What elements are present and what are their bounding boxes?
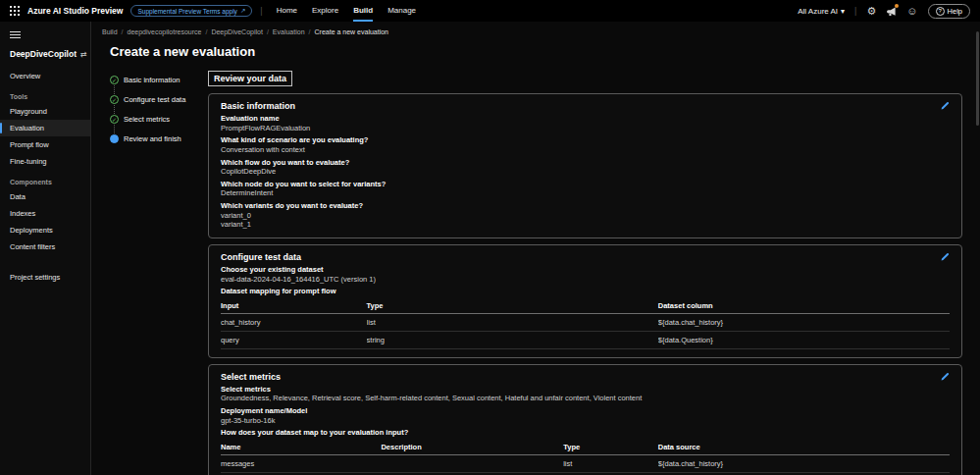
scope-label: All Azure AI [798,7,838,16]
evaluation-input-mapping-table: Name Description Type Data source messag… [221,440,950,473]
swap-icon: ⇄ [80,50,87,59]
wizard-content: ✓ Basic information ✓ Configure test dat… [110,71,980,475]
top-nav-explore[interactable]: Explore [312,0,338,22]
step-basic-information[interactable]: ✓ Basic information [110,75,200,85]
top-nav-build[interactable]: Build [353,0,373,22]
feedback-smiley-icon[interactable]: ☺ [906,6,917,17]
breadcrumb-project[interactable]: DeepDiveCopilot [211,28,263,35]
project-name: DeepDiveCopilot [10,49,77,59]
page-title: Create a new evaluation [110,44,980,59]
sidebar-item-fine-tuning[interactable]: Fine-tuning [0,153,90,170]
sidebar-item-evaluation[interactable]: Evaluation [0,120,90,136]
column-header: Dataset column [658,298,950,314]
top-nav-manage[interactable]: Manage [387,0,416,22]
review-column: Review your data Basic information Evalu… [208,71,962,475]
field-flow: Which flow do you want to evaluate? Copi… [221,159,950,177]
sidebar-item-prompt-flow[interactable]: Prompt flow [0,136,90,153]
sidebar-section-components: Components [0,170,90,188]
review-heading: Review your data [208,71,292,86]
basic-information-card: Basic information Evaluation name Prompt… [208,93,962,238]
field-evaluation-name: Evaluation name PromptFlowRAGEvaluation [221,115,950,132]
step-done-icon: ✓ [110,95,119,104]
breadcrumb-separator: / [122,28,124,35]
notification-badge [895,4,899,8]
announcements-megaphone-icon[interactable] [886,6,897,17]
column-header: Input [221,298,367,314]
step-current-icon [110,134,119,143]
card-title: Select metrics [221,372,281,382]
evaluation-input-mapping-heading: How does your dataset map to your evalua… [221,429,950,438]
sidebar-section-tools: Tools [0,84,90,103]
field-existing-dataset: Choose your existing dataset eval-data-2… [221,266,950,284]
column-header: Type [563,440,658,455]
step-done-icon: ✓ [110,115,119,124]
step-done-icon: ✓ [110,76,119,84]
breadcrumb-separator: / [267,28,269,35]
sidebar-item-content-filters[interactable]: Content filters [0,238,90,255]
select-metrics-card: Select metrics Select metrics Groundedne… [208,364,962,475]
preview-terms-label: Supplemental Preview Terms apply [137,8,236,15]
edit-pencil-icon[interactable] [940,101,950,111]
top-app-bar: Azure AI Studio Preview Supplemental Pre… [0,0,980,22]
breadcrumb-build[interactable]: Build [102,28,118,35]
sidebar-item-indexes[interactable]: Indexes [0,205,90,222]
vertical-scrollbar[interactable] [976,31,979,126]
left-sidebar: DeepDiveCopilot ⇄ Overview Tools Playgro… [0,22,91,475]
field-variants: Which variants do you want to evaluate? … [221,202,950,230]
card-title: Configure test data [221,252,301,262]
step-configure-test-data[interactable]: ✓ Configure test data [110,94,200,105]
breadcrumb-separator: / [205,28,207,35]
hamburger-menu-icon[interactable] [10,31,21,39]
table-row: messages list ${data.chat_history} [221,454,950,472]
sidebar-item-deployments[interactable]: Deployments [0,222,90,238]
field-scenario: What kind of scenario are you evaluating… [221,136,950,154]
topbar-divider: | [854,6,856,16]
column-header: Data source [658,440,950,455]
chevron-down-icon: ▾ [841,7,845,16]
dataset-mapping-heading: Dataset mapping for prompt flow [221,288,950,296]
sidebar-item-project-settings[interactable]: Project settings [0,269,90,286]
topbar-divider: | [260,6,262,16]
sidebar-item-data[interactable]: Data [0,188,90,205]
card-title: Basic information [221,101,295,111]
top-navigation: Home Explore Build Manage [277,0,416,22]
app-title: Azure AI Studio Preview [27,6,123,16]
breadcrumb-evaluation[interactable]: Evaluation [273,28,305,35]
dataset-mapping-table: Input Type Dataset column chat_history l… [221,298,950,349]
question-mark-icon: ? [936,7,945,16]
sidebar-item-overview[interactable]: Overview [0,68,90,84]
step-connector [114,105,200,114]
edit-pencil-icon[interactable] [940,252,950,262]
field-variant-node: Which node do you want to select for var… [221,181,950,198]
field-deployment-model: Deployment name/Model gpt-35-turbo-16k [221,407,950,425]
topbar-right-group: All Azure AI ▾ | ⚙ ☺ ? Help [798,4,970,19]
main-content: Build / deepdivecopilotresource / DeepDi… [92,22,980,475]
settings-gear-icon[interactable]: ⚙ [866,6,876,17]
step-select-metrics[interactable]: ✓ Select metrics [110,114,200,125]
configure-test-data-card: Configure test data Choose your existing… [208,244,962,358]
wizard-stepper: ✓ Basic information ✓ Configure test dat… [110,71,200,144]
breadcrumb-separator: / [309,28,311,35]
breadcrumb-resource[interactable]: deepdivecopilotresource [128,28,202,35]
step-connector [114,125,200,133]
edit-pencil-icon[interactable] [940,372,950,382]
help-label: Help [948,7,962,16]
top-nav-home[interactable]: Home [277,0,297,22]
table-row: chat_history list ${data.chat_history} [221,313,950,331]
column-header: Type [367,298,658,314]
step-review-and-finish[interactable]: Review and finish [110,133,200,144]
help-button[interactable]: ? Help [928,4,970,19]
column-header: Description [381,440,563,455]
sidebar-item-playground[interactable]: Playground [0,103,90,120]
breadcrumb: Build / deepdivecopilotresource / DeepDi… [92,22,980,35]
scope-picker[interactable]: All Azure AI ▾ [798,7,845,16]
preview-terms-badge[interactable]: Supplemental Preview Terms apply ↗ [130,5,252,17]
table-row: query string ${data.Question} [221,331,950,348]
project-switcher[interactable]: DeepDiveCopilot ⇄ [0,48,90,68]
field-selected-metrics: Select metrics Groundedness, Relevance, … [221,386,950,403]
step-connector [114,85,200,94]
waffle-icon[interactable] [10,6,20,16]
external-link-icon: ↗ [240,7,245,15]
breadcrumb-current-page: Create a new evaluation [315,28,389,35]
column-header: Name [221,440,381,455]
